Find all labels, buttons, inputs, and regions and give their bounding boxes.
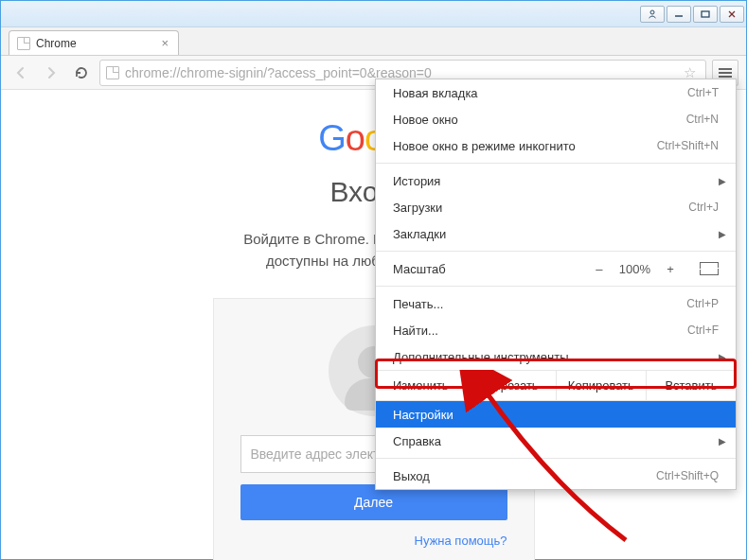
user-icon[interactable] (640, 6, 665, 23)
menu-exit[interactable]: Выход Ctrl+Shift+Q (376, 463, 736, 489)
menu-separator (376, 163, 736, 164)
chevron-right-icon: ▶ (719, 229, 726, 239)
menu-new-window[interactable]: Новое окно Ctrl+N (376, 106, 736, 132)
label: Загрузки (393, 201, 688, 215)
menu-print[interactable]: Печать... Ctrl+P (376, 290, 736, 317)
reload-button[interactable] (69, 61, 94, 85)
help-link-text: Нужна помощь? (415, 534, 507, 548)
label: Справка (393, 434, 719, 448)
paste-button[interactable]: Вставить (646, 371, 736, 400)
help-link[interactable]: Нужна помощь? (240, 534, 507, 548)
zoom-value: 100% (619, 262, 650, 276)
tab-title: Chrome (36, 37, 159, 50)
label: Закладки (393, 227, 719, 241)
zoom-out-button[interactable]: – (593, 262, 606, 276)
label: Печать... (393, 297, 686, 311)
browser-window: Chrome × chrome://chrome-signin/?access_… (0, 0, 747, 560)
svg-point-0 (650, 10, 654, 14)
browser-tab[interactable]: Chrome × (9, 30, 179, 55)
edit-label: Изменить (376, 371, 466, 400)
chevron-right-icon: ▶ (719, 352, 726, 362)
zoom-controls: – 100% + (593, 262, 719, 276)
shortcut: Ctrl+T (687, 86, 719, 99)
label: Выход (393, 469, 656, 483)
label: История (393, 174, 719, 188)
page-icon (106, 66, 119, 79)
svg-rect-2 (702, 11, 709, 17)
chevron-right-icon: ▶ (719, 436, 726, 446)
copy-button[interactable]: Копировать (556, 371, 646, 400)
shortcut: Ctrl+J (688, 201, 719, 214)
next-button-label: Далее (354, 495, 393, 510)
menu-history[interactable]: История ▶ (376, 167, 736, 194)
label: Масштаб (393, 262, 583, 276)
label: Новое окно в режиме инкогнито (393, 139, 657, 153)
label: Найти... (393, 324, 687, 338)
menu-help[interactable]: Справка ▶ (376, 428, 736, 454)
chevron-right-icon: ▶ (719, 176, 726, 186)
forward-button[interactable] (39, 61, 63, 85)
menu-settings[interactable]: Настройки (376, 401, 736, 428)
shortcut: Ctrl+P (686, 297, 719, 310)
menu-separator (376, 286, 736, 287)
menu-new-tab[interactable]: Новая вкладка Ctrl+T (376, 79, 736, 106)
maximize-button[interactable] (693, 6, 718, 23)
menu-edit-row: Изменить Вырезать Копировать Вставить (376, 370, 736, 401)
back-button[interactable] (9, 61, 33, 85)
menu-bookmarks[interactable]: Закладки ▶ (376, 220, 736, 247)
close-button[interactable] (720, 6, 744, 23)
hamburger-icon (719, 68, 732, 78)
fullscreen-icon[interactable] (700, 262, 719, 275)
shortcut: Ctrl+Shift+N (657, 139, 719, 152)
menu-separator (376, 458, 736, 459)
tab-strip: Chrome × (1, 27, 746, 56)
minimize-button[interactable] (667, 6, 691, 23)
menu-new-incognito[interactable]: Новое окно в режиме инкогнито Ctrl+Shift… (376, 132, 736, 159)
label: Дополнительные инструменты (393, 350, 719, 364)
cut-button[interactable]: Вырезать (466, 371, 556, 400)
menu-zoom: Масштаб – 100% + (376, 255, 736, 282)
menu-downloads[interactable]: Загрузки Ctrl+J (376, 194, 736, 220)
shortcut: Ctrl+N (686, 113, 719, 126)
menu-more-tools[interactable]: Дополнительные инструменты ▶ (376, 343, 736, 370)
label: Новая вкладка (393, 86, 687, 100)
zoom-in-button[interactable]: + (664, 262, 677, 276)
tab-close-icon[interactable]: × (159, 36, 170, 50)
page-icon (17, 37, 30, 50)
label: Настройки (393, 408, 719, 422)
menu-separator (376, 251, 736, 252)
shortcut: Ctrl+Shift+Q (656, 469, 719, 482)
window-titlebar (1, 1, 746, 27)
shortcut: Ctrl+F (687, 324, 719, 337)
menu-find[interactable]: Найти... Ctrl+F (376, 317, 736, 343)
label: Новое окно (393, 113, 686, 127)
main-menu: Новая вкладка Ctrl+T Новое окно Ctrl+N Н… (375, 79, 737, 490)
